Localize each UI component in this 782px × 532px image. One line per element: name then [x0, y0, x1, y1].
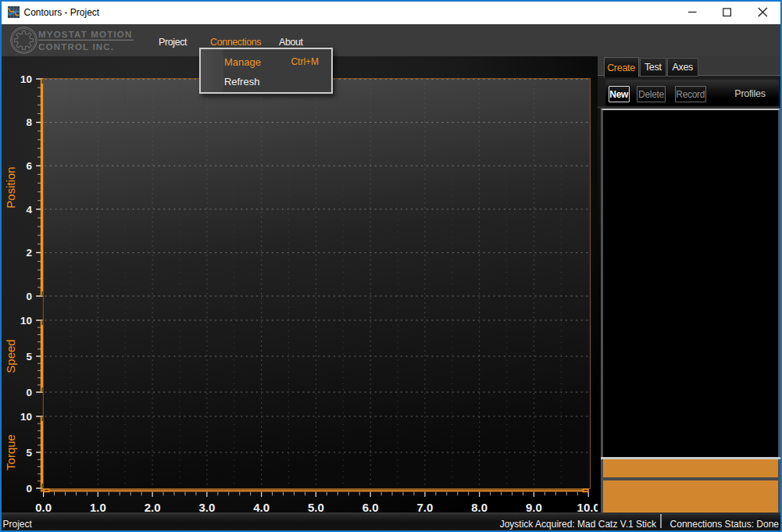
- svg-text:0.0: 0.0: [35, 501, 52, 512]
- svg-text:8: 8: [26, 116, 32, 128]
- svg-text:0: 0: [26, 291, 32, 302]
- svg-text:10.0: 10.0: [577, 501, 598, 512]
- svg-text:CONTROL INC.: CONTROL INC.: [38, 41, 114, 51]
- svg-text:MYOSTAT MOTION: MYOSTAT MOTION: [38, 29, 133, 38]
- svg-text:5: 5: [26, 351, 32, 362]
- svg-text:4.0: 4.0: [253, 501, 270, 512]
- svg-text:10: 10: [20, 315, 32, 327]
- svg-text:Speed: Speed: [4, 339, 17, 373]
- svg-text:5: 5: [26, 447, 32, 459]
- svg-text:Torque: Torque: [4, 434, 17, 470]
- svg-text:4: 4: [26, 204, 32, 216]
- svg-text:0: 0: [26, 483, 32, 495]
- svg-text:3.0: 3.0: [198, 501, 215, 512]
- svg-text:5.0: 5.0: [308, 501, 324, 512]
- svg-text:6.0: 6.0: [362, 501, 379, 512]
- svg-text:7.0: 7.0: [416, 501, 433, 512]
- svg-text:8.0: 8.0: [471, 501, 487, 512]
- svg-text:2: 2: [26, 247, 32, 259]
- svg-text:6: 6: [26, 160, 32, 172]
- svg-text:9.0: 9.0: [526, 501, 542, 512]
- svg-text:10: 10: [20, 411, 32, 423]
- svg-text:1.0: 1.0: [90, 501, 106, 512]
- svg-text:10: 10: [20, 73, 32, 85]
- svg-text:2.0: 2.0: [145, 501, 161, 512]
- svg-text:Position: Position: [4, 166, 17, 208]
- svg-text:0: 0: [26, 387, 32, 398]
